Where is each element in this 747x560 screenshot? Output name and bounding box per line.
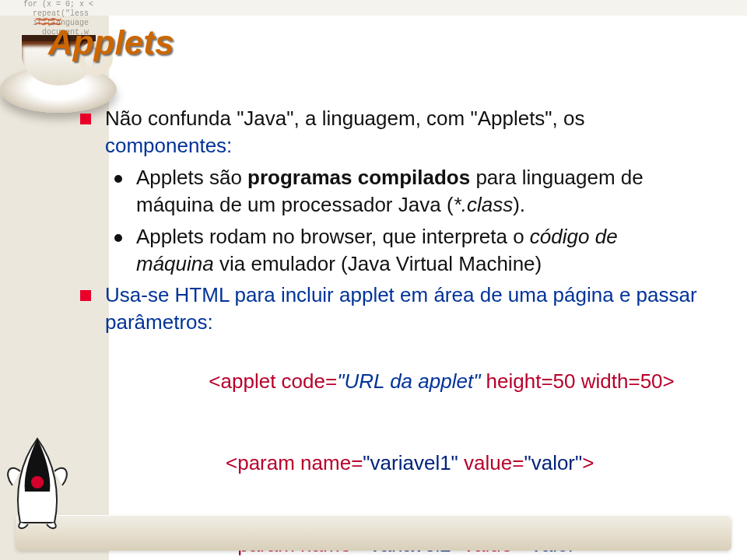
round-bullet-icon <box>114 175 122 183</box>
text-run: componentes: <box>105 134 232 157</box>
footer-bar <box>16 515 731 551</box>
text-run: Applets são <box>136 166 247 189</box>
round-bullet-icon <box>114 234 122 242</box>
text-run: programas compilados <box>247 166 470 189</box>
text-run: *.class <box>454 193 514 216</box>
text-run: "valor" <box>524 451 582 474</box>
text-run: value= <box>458 451 524 474</box>
text-run: Applets rodam no browser, que interpreta… <box>136 225 530 248</box>
text-run: "URL da applet" <box>337 369 480 393</box>
text-run: ). <box>513 193 525 216</box>
text-run: "variavel1" <box>363 451 458 474</box>
bullet-item: Usa-se HTML para incluir applet em área … <box>74 282 700 336</box>
bullet-sub-item: Applets rodam no browser, que interpreta… <box>74 223 700 278</box>
slide-body: Não confunda "Java", a linguagem, com "A… <box>74 105 700 560</box>
bullet-sub-item: Applets são programas compilados para li… <box>74 164 700 219</box>
square-bullet-icon <box>80 114 91 124</box>
text-run: <applet code= <box>209 369 337 393</box>
text-run: , a linguagem, com <box>294 107 471 130</box>
text-run: Não confunda <box>105 107 237 130</box>
text-run: height=50 width=50> <box>480 369 674 393</box>
text-run: "Applets" <box>470 107 552 130</box>
bullet-item: Não confunda "Java", a linguagem, com "A… <box>74 105 700 159</box>
text-run: <param name= <box>209 451 363 474</box>
slide-title: Applets <box>48 23 174 62</box>
text-run: > <box>582 451 594 474</box>
text-run: via emulador (Java Virtual Machine) <box>214 252 542 275</box>
square-bullet-icon <box>80 290 91 301</box>
text-run: Usa-se HTML para incluir applet em área … <box>105 283 697 334</box>
text-run: "Java" <box>237 107 293 130</box>
text-run: , os <box>552 107 585 130</box>
